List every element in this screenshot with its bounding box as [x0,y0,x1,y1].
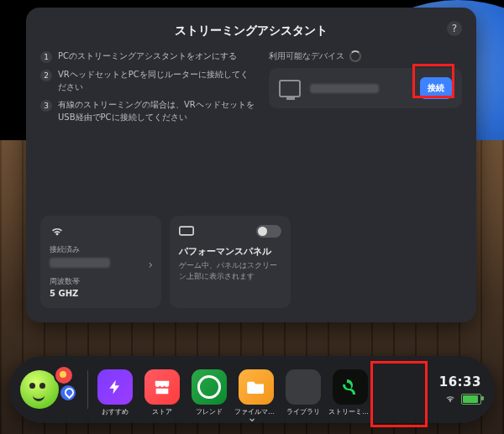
chevron-down-icon[interactable]: ⌄ [247,410,257,424]
chevron-right-icon: › [148,258,153,271]
info-cards: 接続済み 周波数帯 5 GHZ › パフォーマンスパネル ゲーム中、パネルはスク… [40,216,291,308]
dock-app-library[interactable]: ライブラリ [281,369,325,416]
clock: 16:33 [439,374,481,390]
dock-profile[interactable] [20,363,76,416]
dock-app-store[interactable]: ストア [140,369,184,416]
folder-icon [239,369,274,405]
loading-spinner-icon [349,50,361,62]
setup-step-1: 1 PCのストリーミングアシスタントをオンにする [40,50,255,63]
wifi-small-icon[interactable] [444,394,456,405]
store-icon [144,369,180,405]
dock-app-label: ライブラリ [281,407,325,416]
streaming-icon [333,369,368,405]
panel-title: ストリーミングアシスタント [40,24,462,39]
setup-step-3: 3 有線のストリーミングの場合は、VRヘッドセットをUSB経由でPCに接続してく… [40,99,255,123]
dock-apps: おすすめ ストア フレンド ファイルマネ… ライブラリ [93,363,372,416]
system-dock: おすすめ ストア フレンド ファイルマネ… ライブラリ [9,356,495,423]
perf-panel-title: パフォーマンスパネル [179,245,281,258]
connect-button[interactable]: 接続 [420,77,452,99]
step-text: 有線のストリーミングの場合は、VRヘッドセットをUSB経由でPCに接続してくださ… [58,99,255,123]
wifi-freq-label: 周波数帯 [50,276,152,287]
setup-step-2: 2 VRヘッドセットとPCを同じルーターに接続してください [40,69,255,93]
perf-panel-desc: ゲーム中、パネルはスクリーン上部に表示されます [179,260,281,281]
dock-app-label: ストア [140,407,184,416]
wifi-freq-value: 5 GHZ [50,289,152,298]
scene: ストリーミングアシスタント ? 1 PCのストリーミングアシスタントをオンにする… [0,0,504,434]
help-button[interactable]: ? [447,21,462,36]
dock-app-streaming[interactable]: ストリーミング… [328,369,372,416]
redacted-text [50,258,110,268]
redacted-text [310,84,379,93]
dock-app-files[interactable]: ファイルマネ… [234,369,278,416]
dock-action-left-1[interactable] [54,365,74,385]
monitor-icon [279,80,301,97]
dock-action-left-2[interactable] [59,384,77,402]
panel-main-row: 1 PCのストリーミングアシスタントをオンにする 2 VRヘッドセットとPCを同… [40,50,462,129]
device-card[interactable]: 接続 [269,68,462,108]
devices-heading-label: 利用可能なデバイス [269,50,344,62]
step-number: 3 [40,100,52,112]
dock-app-label: フレンド [187,407,231,416]
step-number: 2 [40,70,52,81]
step-number: 1 [40,51,52,63]
svg-rect-0 [180,227,193,235]
device-name [310,84,411,93]
lightning-icon [97,369,133,405]
step-text: PCのストリーミングアシスタントをオンにする [58,50,237,63]
wifi-icon [50,225,152,239]
step-text: VRヘッドセットとPCを同じルーターに接続してください [58,69,255,93]
wifi-ssid [50,258,152,268]
perf-panel-toggle[interactable] [256,225,281,238]
battery-icon[interactable] [461,394,481,405]
dock-app-label: おすすめ [93,407,137,416]
status-icons [444,394,481,405]
wifi-status-label: 接続済み [50,244,152,255]
perf-panel-card[interactable]: パフォーマンスパネル ゲーム中、パネルはスクリーン上部に表示されます [170,216,291,308]
dock-separator [87,370,88,409]
grid-icon [286,369,321,405]
devices-column: 利用可能なデバイス 接続 [269,50,462,129]
streaming-assistant-panel: ストリーミングアシスタント ? 1 PCのストリーミングアシスタントをオンにする… [26,8,476,322]
wifi-card[interactable]: 接続済み 周波数帯 5 GHZ › [40,216,161,308]
setup-steps: 1 PCのストリーミングアシスタントをオンにする 2 VRヘッドセットとPCを同… [40,50,255,129]
dock-status: 16:33 [439,374,486,405]
circle-icon [192,369,227,405]
dock-app-friends[interactable]: フレンド [187,369,231,416]
dock-app-recommended[interactable]: おすすめ [93,369,137,416]
devices-heading: 利用可能なデバイス [269,50,462,62]
dock-app-label: ストリーミング… [328,407,372,416]
